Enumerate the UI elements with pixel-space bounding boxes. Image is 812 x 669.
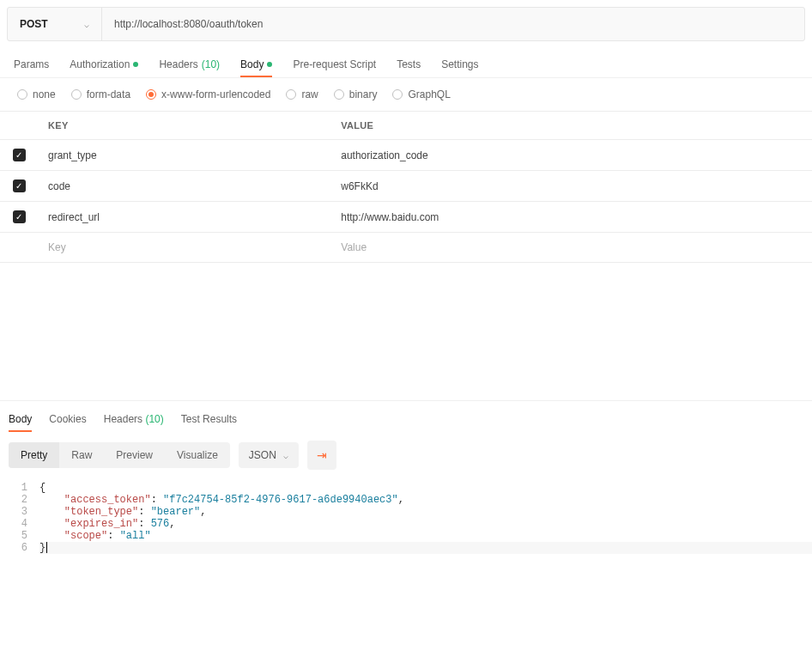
chevron-down-icon: ⌵ <box>84 20 89 29</box>
key-cell[interactable]: grant_type <box>38 140 330 171</box>
check-header <box>0 112 38 140</box>
radio-icon <box>71 89 82 100</box>
method-select[interactable]: POST ⌵ <box>8 8 102 40</box>
method-text: POST <box>20 18 84 30</box>
key-header: KEY <box>38 112 330 140</box>
wrap-lines-button[interactable]: ⇥ <box>307 441 336 470</box>
radio-icon <box>334 89 344 100</box>
radio-icon <box>286 89 296 100</box>
spacer <box>0 263 812 400</box>
view-bar: Pretty Raw Preview Visualize JSON ⌵ ⇥ <box>0 432 812 478</box>
tab-params[interactable]: Params <box>14 53 49 77</box>
radio-form-data[interactable]: form-data <box>71 88 130 100</box>
tab-settings[interactable]: Settings <box>441 53 478 77</box>
view-preview-button[interactable]: Preview <box>104 442 165 468</box>
table-row: ✓ code w6FkKd <box>0 171 812 202</box>
response-body[interactable]: 1{ 2 "access_token": "f7c24754-85f2-4976… <box>0 478 812 557</box>
table-row: ✓ grant_type authorization_code <box>0 140 812 171</box>
line-number: 6 <box>0 542 39 554</box>
checkbox-checked-icon[interactable]: ✓ <box>13 179 26 192</box>
text-cursor <box>46 542 47 553</box>
resp-tab-headers[interactable]: Headers (10) <box>104 408 164 432</box>
key-cell[interactable]: redirect_url <box>38 202 330 233</box>
params-table: KEY VALUE ✓ grant_type authorization_cod… <box>0 111 812 263</box>
radio-raw[interactable]: raw <box>286 88 318 100</box>
value-cell[interactable]: w6FkKd <box>330 171 812 202</box>
format-select[interactable]: JSON ⌵ <box>239 442 299 468</box>
radio-urlencoded[interactable]: x-www-form-urlencoded <box>146 88 270 100</box>
tab-authorization[interactable]: Authorization <box>70 53 138 77</box>
response-tabs: Body Cookies Headers (10) Test Results <box>0 400 812 432</box>
key-input[interactable]: Key <box>38 233 330 263</box>
value-input[interactable]: Value <box>330 233 812 263</box>
view-visualize-button[interactable]: Visualize <box>165 442 230 468</box>
resp-tab-cookies[interactable]: Cookies <box>49 408 86 432</box>
value-cell[interactable]: authorization_code <box>330 140 812 171</box>
line-number: 3 <box>0 506 39 518</box>
status-dot-icon <box>133 62 138 67</box>
request-tabs: Params Authorization Headers (10) Body P… <box>0 41 812 78</box>
radio-selected-icon <box>146 89 156 100</box>
tab-pre-request[interactable]: Pre-request Script <box>293 53 376 77</box>
value-cell[interactable]: http://www.baidu.com <box>330 202 812 233</box>
radio-graphql[interactable]: GraphQL <box>392 88 450 100</box>
table-row: ✓ redirect_url http://www.baidu.com <box>0 202 812 233</box>
tab-headers[interactable]: Headers (10) <box>159 53 220 77</box>
value-header: VALUE <box>330 112 812 140</box>
tab-body[interactable]: Body <box>240 53 272 77</box>
url-text: http://localhost:8080/oauth/token <box>114 18 263 30</box>
radio-none[interactable]: none <box>17 88 56 100</box>
radio-icon <box>392 89 403 100</box>
format-label: JSON <box>249 449 276 461</box>
line-number: 1 <box>0 482 39 494</box>
view-mode-segment: Pretty Raw Preview Visualize <box>9 442 230 468</box>
radio-icon <box>17 89 27 100</box>
tab-tests[interactable]: Tests <box>397 53 421 77</box>
resp-tab-body[interactable]: Body <box>9 408 32 432</box>
view-raw-button[interactable]: Raw <box>59 442 104 468</box>
chevron-down-icon: ⌵ <box>283 451 288 460</box>
url-input[interactable]: http://localhost:8080/oauth/token <box>102 8 804 40</box>
line-number: 4 <box>0 518 39 530</box>
resp-tab-test-results[interactable]: Test Results <box>181 408 237 432</box>
line-number: 2 <box>0 494 39 506</box>
status-dot-icon <box>267 62 272 67</box>
body-type-selector: none form-data x-www-form-urlencoded raw… <box>0 78 812 111</box>
table-row-empty: Key Value <box>0 233 812 263</box>
checkbox-checked-icon[interactable]: ✓ <box>13 149 26 161</box>
request-bar: POST ⌵ http://localhost:8080/oauth/token <box>7 7 805 41</box>
wrap-icon: ⇥ <box>317 448 327 462</box>
checkbox-checked-icon[interactable]: ✓ <box>13 210 26 223</box>
line-number: 5 <box>0 530 39 542</box>
view-pretty-button[interactable]: Pretty <box>9 442 59 468</box>
key-cell[interactable]: code <box>38 171 330 202</box>
radio-binary[interactable]: binary <box>334 88 378 100</box>
